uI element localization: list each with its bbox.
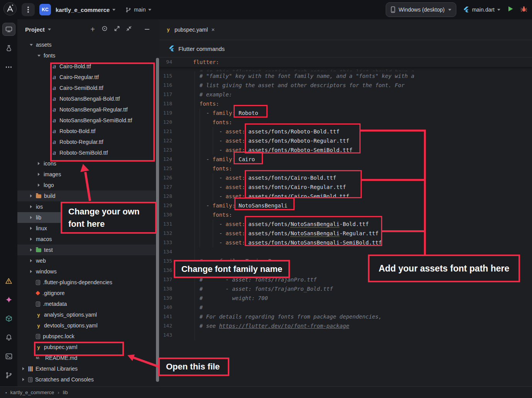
annotation-text: Add your assets font path here bbox=[379, 263, 510, 274]
status-dot: • bbox=[5, 390, 7, 395]
project-selector[interactable]: kartly_e_commerce bbox=[56, 7, 115, 13]
chevron-down-icon[interactable] bbox=[37, 55, 41, 57]
app-inspection-button[interactable] bbox=[2, 42, 15, 55]
chevron-right-icon[interactable] bbox=[29, 227, 33, 230]
hide-panel-button[interactable] bbox=[145, 29, 149, 30]
tree-item-analysis-options-yaml[interactable]: yanalysis_options.yaml bbox=[17, 309, 156, 320]
terminal-button[interactable] bbox=[2, 350, 15, 363]
tree-item-devtools-options-yaml[interactable]: ydevtools_options.yaml bbox=[17, 320, 156, 331]
gemini-button[interactable] bbox=[2, 293, 15, 306]
vcs-branch-selector[interactable]: main bbox=[125, 7, 151, 13]
debug-button[interactable] bbox=[520, 5, 527, 14]
chevron-right-icon[interactable] bbox=[29, 259, 33, 262]
breadcrumb-project[interactable]: kartly_e_commerce bbox=[10, 390, 54, 395]
chevron-right-icon[interactable] bbox=[29, 216, 33, 219]
tree-item-web[interactable]: web bbox=[17, 255, 156, 266]
bug-icon bbox=[520, 5, 527, 12]
tree-item-label: windows bbox=[36, 268, 57, 275]
annotation-box-pubspec-yaml bbox=[34, 342, 124, 356]
run-configuration-label: main.dart bbox=[472, 7, 495, 13]
tree-item-images[interactable]: images bbox=[17, 169, 156, 180]
code-line-115: 115 # "family" key with the font family … bbox=[159, 71, 532, 81]
tree-item-external-libraries[interactable]: External Libraries bbox=[17, 363, 156, 374]
locate-file-button[interactable] bbox=[102, 25, 108, 33]
chevron-right-icon[interactable] bbox=[37, 184, 41, 187]
triangle bbox=[30, 194, 32, 197]
code-text: # example: bbox=[193, 90, 232, 99]
line-number: 121 bbox=[159, 127, 193, 136]
problems-button[interactable] bbox=[2, 274, 15, 287]
chevron-right-icon[interactable] bbox=[29, 270, 33, 273]
flutter-icon bbox=[463, 7, 469, 13]
running-devices-button[interactable] bbox=[2, 23, 15, 36]
tree-item-label: linux bbox=[36, 225, 47, 231]
add-button[interactable]: + bbox=[90, 25, 95, 33]
faded-gutter bbox=[159, 67, 193, 71]
breadcrumb-folder[interactable]: lib bbox=[63, 390, 68, 395]
version-control-button[interactable] bbox=[2, 369, 15, 382]
triangle bbox=[30, 216, 32, 219]
chevron-down-icon bbox=[112, 9, 115, 11]
chevron-right-icon[interactable] bbox=[29, 248, 33, 251]
annotation-box-font-files bbox=[50, 62, 155, 162]
line-number: 118 bbox=[159, 99, 193, 108]
chevron-right-icon[interactable] bbox=[29, 238, 33, 241]
tab-label: pubspec.yaml bbox=[175, 27, 208, 33]
chevron-down-icon[interactable] bbox=[29, 44, 33, 46]
tree-item-gitignore[interactable]: .gitignore bbox=[17, 288, 156, 298]
notifications-button[interactable] bbox=[2, 331, 15, 344]
chevron-right-icon[interactable] bbox=[21, 378, 25, 381]
tree-item-fonts[interactable]: fonts bbox=[17, 50, 156, 61]
file-icon bbox=[28, 377, 32, 382]
chevron-right-icon[interactable] bbox=[29, 205, 33, 208]
line-number: 139 bbox=[159, 293, 193, 303]
tree-item-test[interactable]: test bbox=[17, 245, 156, 255]
tree-item-metadata[interactable]: .metadata bbox=[17, 298, 156, 309]
device-selector-button[interactable]: Windows (desktop) bbox=[386, 2, 456, 17]
code-text: fonts: bbox=[193, 118, 232, 127]
line-number: 120 bbox=[159, 118, 193, 127]
annotation-label-add-path: Add your assets font path here bbox=[368, 255, 520, 282]
run-button[interactable] bbox=[507, 6, 513, 13]
line-number: 122 bbox=[159, 136, 193, 145]
code-line-blank: # in this "flutter" section. Each entry … bbox=[159, 67, 414, 71]
code-text: # in this "flutter" section. Each entry … bbox=[193, 67, 414, 71]
file-icon bbox=[36, 334, 40, 339]
expand-button[interactable] bbox=[114, 26, 120, 33]
tree-item-label: fonts bbox=[44, 52, 55, 59]
code-line-117: 117 # example: bbox=[159, 90, 532, 99]
chevron-right-icon[interactable] bbox=[37, 173, 41, 176]
tree-item-scratches-and-consoles[interactable]: Scratches and Consoles bbox=[17, 374, 156, 385]
chevron-right-icon[interactable] bbox=[29, 194, 33, 197]
more-tool-windows-button[interactable] bbox=[2, 61, 15, 74]
tree-item-pubspec-lock[interactable]: pubspec.lock bbox=[17, 331, 156, 342]
branch-name: main bbox=[134, 7, 146, 13]
tree-item-flutter-plugins-dependencies[interactable]: .flutter-plugins-dependencies bbox=[17, 277, 156, 288]
git-branch-icon bbox=[5, 372, 12, 379]
project-panel-actions: + bbox=[90, 25, 149, 33]
tree-item-logo[interactable]: logo bbox=[17, 180, 156, 191]
monitor-icon bbox=[5, 26, 12, 32]
chevron-down-icon bbox=[48, 29, 51, 30]
expand-diagonal-icon bbox=[114, 26, 120, 31]
yaml-file-icon: y bbox=[36, 312, 41, 318]
chevron-right-icon[interactable] bbox=[37, 162, 41, 165]
tab-pubspec-yaml[interactable]: y pubspec.yaml × bbox=[159, 19, 221, 40]
main-menu-button[interactable] bbox=[22, 3, 35, 16]
chevron-right-icon[interactable] bbox=[21, 367, 25, 370]
build-button[interactable] bbox=[2, 312, 15, 325]
indent-guide bbox=[213, 173, 213, 201]
close-tab-icon[interactable]: × bbox=[211, 26, 215, 33]
collapse-button[interactable] bbox=[126, 26, 132, 33]
tree-item-assets[interactable]: assets bbox=[17, 39, 156, 50]
tree-item-windows[interactable]: windows bbox=[17, 266, 156, 277]
flutter-commands-bar[interactable]: Flutter commands bbox=[159, 40, 532, 57]
annotation-box-roboto-assets bbox=[245, 123, 361, 153]
run-configuration-selector[interactable]: main.dart bbox=[463, 7, 500, 13]
project-panel-title[interactable]: Project bbox=[25, 26, 45, 33]
code-line-94: 94flutter: bbox=[159, 57, 219, 67]
tree-item-macos[interactable]: macos bbox=[17, 234, 156, 245]
tree-item-build[interactable]: build bbox=[17, 191, 156, 201]
project-badge[interactable]: KC bbox=[39, 4, 51, 15]
code-text: # For details regarding fonts from packa… bbox=[193, 312, 382, 321]
